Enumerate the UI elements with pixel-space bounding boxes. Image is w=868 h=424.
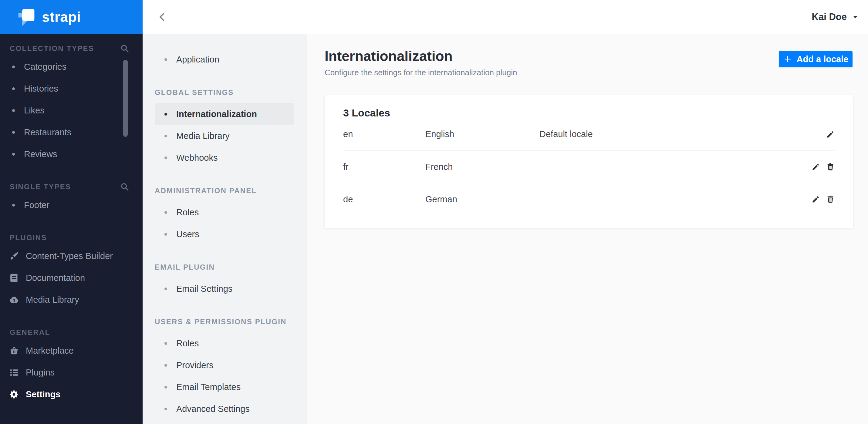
main-content: Internationalization Configure the setti… — [307, 34, 868, 424]
settings-item-providers[interactable]: Providers — [143, 354, 307, 376]
sidebar-item-media-library[interactable]: Media Library — [0, 289, 143, 311]
bullet-icon — [164, 407, 167, 410]
paintbrush-icon — [9, 251, 19, 261]
locale-code: en — [343, 129, 425, 139]
sidebar-item-categories[interactable]: Categories — [0, 56, 143, 78]
locales-table: en English Default locale fr French — [343, 118, 835, 215]
edit-locale-button[interactable] — [812, 163, 820, 171]
section-header-collection-types: COLLECTION TYPES — [0, 41, 143, 56]
locale-code: fr — [343, 162, 425, 172]
sidebar-scrollbar[interactable] — [123, 60, 128, 137]
sidebar-item-documentation[interactable]: Documentation — [0, 267, 143, 289]
settings-item-email-templates[interactable]: Email Templates — [143, 376, 307, 398]
bullet-icon — [12, 109, 15, 112]
trash-icon — [826, 195, 835, 203]
section-header-single-types: SINGLE TYPES — [0, 180, 143, 194]
section-header-plugins: PLUGINS — [0, 230, 143, 245]
sidebar-item-content-types-builder[interactable]: Content-Types Builder — [0, 245, 143, 267]
bullet-icon — [12, 131, 15, 134]
bullet-icon — [12, 87, 15, 90]
bullet-icon — [164, 113, 167, 116]
sidebar-item-reviews[interactable]: Reviews — [0, 143, 143, 165]
edit-locale-button[interactable] — [826, 130, 835, 139]
delete-locale-button[interactable] — [826, 195, 835, 203]
bullet-icon — [164, 211, 167, 214]
settings-group-users-permissions-plugin: USERS & PERMISSIONS PLUGIN — [143, 315, 307, 329]
row-actions — [812, 163, 835, 171]
bullet-icon — [164, 386, 167, 389]
primary-sidebar: strapi COLLECTION TYPES Categories Histo… — [0, 0, 143, 424]
locale-row-fr: fr French — [343, 151, 835, 183]
sidebar-item-footer[interactable]: Footer — [0, 194, 143, 216]
bullet-icon — [12, 153, 15, 156]
page-title: Internationalization — [324, 48, 453, 64]
book-icon — [9, 273, 19, 283]
back-button[interactable] — [143, 0, 182, 34]
list-icon — [9, 367, 19, 378]
locale-name: English — [425, 129, 539, 139]
chevron-left-icon — [157, 12, 167, 22]
row-actions — [826, 130, 835, 139]
locales-panel: 3 Locales en English Default locale fr F… — [324, 95, 853, 228]
section-header-general: GENERAL — [0, 325, 143, 340]
page-subtitle: Configure the settings for the internati… — [324, 68, 517, 77]
settings-item-email-settings[interactable]: Email Settings — [143, 278, 307, 300]
locale-row-en: en English Default locale — [343, 118, 835, 151]
pencil-icon — [812, 163, 820, 171]
settings-item-advanced-settings[interactable]: Advanced Settings — [143, 398, 307, 420]
pencil-icon — [826, 130, 835, 139]
sidebar-item-restaurants[interactable]: Restaurants — [0, 121, 143, 143]
locales-count-title: 3 Locales — [343, 95, 835, 119]
sidebar-item-likes[interactable]: Likes — [0, 99, 143, 121]
bullet-icon — [164, 157, 167, 159]
settings-item-up-roles[interactable]: Roles — [143, 332, 307, 354]
sidebar-item-settings[interactable]: Settings — [0, 383, 143, 405]
sidebar-item-plugins[interactable]: Plugins — [0, 361, 143, 383]
trash-icon — [826, 163, 835, 171]
bullet-icon — [164, 288, 167, 290]
locale-code: de — [343, 194, 425, 204]
settings-group-global-settings: GLOBAL SETTINGS — [143, 85, 307, 100]
settings-group-email-plugin: EMAIL PLUGIN — [143, 260, 307, 274]
bullet-icon — [164, 364, 167, 367]
sidebar-item-histories[interactable]: Histories — [0, 78, 143, 99]
bullet-icon — [12, 204, 15, 206]
caret-down-icon — [852, 14, 859, 20]
strapi-logo-icon — [17, 8, 36, 26]
delete-locale-button[interactable] — [826, 163, 835, 171]
strapi-logo[interactable]: strapi — [0, 0, 143, 34]
settings-item-admin-users[interactable]: Users — [143, 223, 307, 245]
add-locale-button[interactable]: Add a locale — [779, 51, 852, 67]
edit-locale-button[interactable] — [812, 195, 820, 203]
settings-group-administration-panel: ADMINISTRATION PANEL — [143, 184, 307, 198]
gear-icon — [9, 389, 19, 399]
row-actions — [812, 195, 835, 203]
search-icon[interactable] — [120, 182, 129, 191]
pencil-icon — [812, 195, 820, 203]
bullet-icon — [164, 233, 167, 236]
search-icon[interactable] — [120, 44, 129, 53]
settings-item-admin-roles[interactable]: Roles — [143, 201, 307, 223]
locale-name: French — [425, 162, 539, 172]
cloud-upload-icon — [9, 295, 19, 305]
settings-item-media-library[interactable]: Media Library — [143, 125, 307, 147]
bullet-icon — [164, 58, 167, 61]
user-name: Kai Doe — [812, 11, 847, 23]
locale-row-de: de German — [343, 183, 835, 215]
settings-sidebar: Application GLOBAL SETTINGS Internationa… — [143, 34, 307, 424]
sidebar-item-marketplace[interactable]: Marketplace — [0, 340, 143, 361]
bullet-icon — [164, 135, 167, 137]
locale-name: German — [425, 194, 539, 204]
topbar: Kai Doe — [143, 0, 868, 34]
bullet-icon — [164, 342, 167, 345]
user-menu[interactable]: Kai Doe — [812, 0, 859, 34]
bullet-icon — [12, 66, 15, 68]
locale-default-badge: Default locale — [539, 129, 826, 139]
plus-icon — [783, 55, 792, 64]
basket-icon — [9, 346, 19, 356]
brand-name: strapi — [42, 9, 81, 25]
settings-item-application[interactable]: Application — [143, 48, 307, 70]
settings-item-webhooks[interactable]: Webhooks — [143, 147, 307, 169]
settings-item-internationalization[interactable]: Internationalization — [155, 103, 294, 125]
